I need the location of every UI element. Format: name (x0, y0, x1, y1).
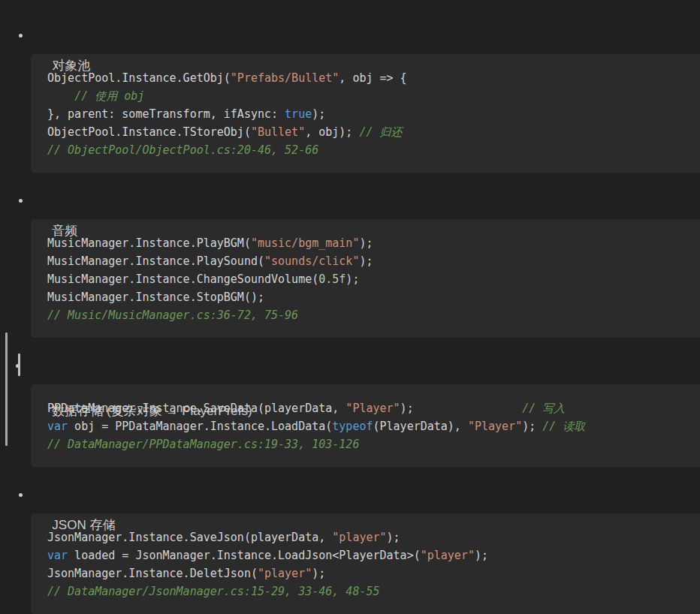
code-line: MusicManager.Instance.PlayBGM("music/bgm… (47, 234, 700, 252)
code-line: // ObjectPool/ObjectPool.cs:20-46, 52-66 (47, 141, 700, 159)
code-line: ObjectPool.Instance.GetObj("Prefabs/Bull… (47, 69, 700, 87)
active-section-caret-icon (18, 354, 20, 376)
section-title: 数据存储 (复杂对象 → PlayerPrefs) (52, 404, 252, 418)
section-audio: 音频 MusicManager.Instance.PlayBGM("music/… (0, 194, 700, 338)
code-line: // 使用 obj (47, 87, 700, 105)
bullet-icon (19, 34, 23, 38)
code-line: JsonManager.Instance.SaveJson(playerData… (47, 528, 700, 546)
bullet-icon (19, 493, 23, 497)
section-title: 音频 (52, 224, 77, 238)
code-block: JsonManager.Instance.SaveJson(playerData… (31, 513, 700, 614)
section-header: 数据存储 (复杂对象 → PlayerPrefs) (0, 359, 700, 374)
section-title: 对象池 (52, 59, 90, 73)
code-line: // Music/MusicManager.cs:36-72, 75-96 (47, 306, 700, 324)
section-header: JSON 存储 (0, 488, 700, 503)
code-line: // DataManager/JsonManager.cs:15-29, 33-… (47, 582, 700, 600)
code-line: MusicManager.Instance.PlaySound("sounds/… (47, 252, 700, 270)
code-line: var obj = PPDataManager.Instance.LoadDat… (47, 417, 700, 435)
code-line: MusicManager.Instance.StopBGM(); (47, 288, 700, 306)
section-object-pool: 对象池 ObjectPool.Instance.GetObj("Prefabs/… (0, 29, 700, 173)
section-json-storage: JSON 存储 JsonManager.Instance.SaveJson(pl… (0, 488, 700, 614)
code-line: JsonManager.Instance.DeletJson("player")… (47, 564, 700, 582)
code-line: var loaded = JsonManager.Instance.LoadJs… (47, 546, 700, 564)
active-section-indicator-bar (5, 333, 8, 446)
code-line: // DataManager/PPDataManager.cs:19-33, 1… (47, 435, 700, 453)
code-block: ObjectPool.Instance.GetObj("Prefabs/Bull… (31, 54, 700, 173)
markdown-preview: 对象池 ObjectPool.Instance.GetObj("Prefabs/… (0, 0, 700, 614)
bullet-icon (19, 199, 23, 203)
code-block: MusicManager.Instance.PlayBGM("music/bgm… (31, 219, 700, 338)
section-data-storage: 数据存储 (复杂对象 → PlayerPrefs) PPDataManager.… (0, 359, 700, 467)
section-header: 对象池 (0, 29, 700, 44)
code-block: PPDataManager.Instance.SaveData(playerDa… (31, 384, 700, 467)
code-line: }, parent: someTransform, ifAsync: true)… (47, 105, 700, 123)
section-header: 音频 (0, 194, 700, 209)
section-title: JSON 存储 (52, 518, 115, 532)
code-line: MusicManager.Instance.ChangeSoundVolume(… (47, 270, 700, 288)
code-line: ObjectPool.Instance.TStoreObj("Bullet", … (47, 123, 700, 141)
